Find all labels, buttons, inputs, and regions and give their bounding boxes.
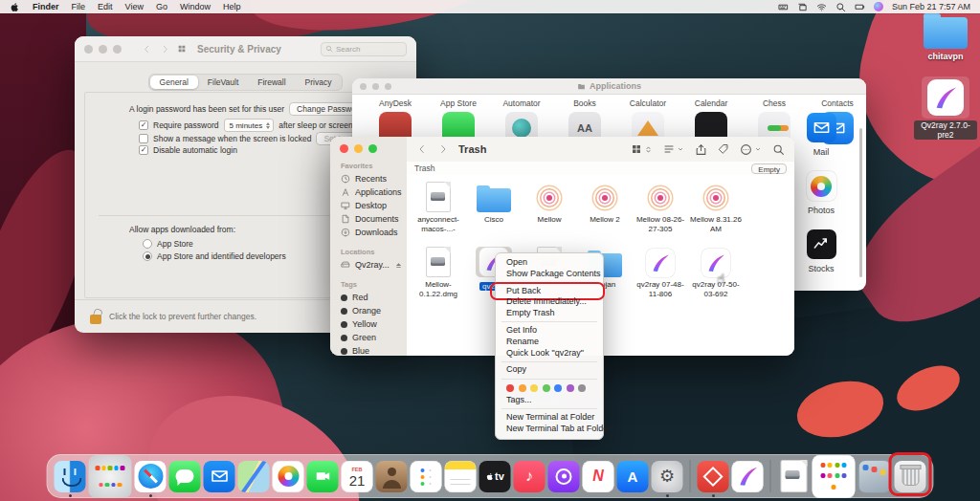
tab-privacy[interactable]: Privacy <box>296 76 342 89</box>
search-field[interactable]: Search <box>321 42 407 56</box>
menu-item-put-back[interactable]: Put Back <box>496 286 603 297</box>
menu-item-new-terminal-tab-at-folder[interactable]: New Terminal Tab at Folder <box>496 424 603 435</box>
search-icon[interactable] <box>772 143 785 156</box>
menu-bar-clock[interactable]: Sun Feb 21 7:57 AM <box>892 2 970 11</box>
app-label-books[interactable]: Books <box>553 98 616 108</box>
apple-menu-icon[interactable] <box>10 2 20 12</box>
radio-app-store[interactable]: App Store <box>143 239 193 249</box>
forward-icon[interactable] <box>160 44 170 54</box>
dock-calendar-icon[interactable]: FEB21 <box>342 461 373 492</box>
mail-app-icon[interactable] <box>807 113 836 142</box>
view-options-control[interactable] <box>631 143 653 155</box>
zoom-button[interactable] <box>368 144 377 153</box>
tag-color-dot-icon[interactable] <box>578 384 586 392</box>
menu-file[interactable]: File <box>72 2 86 11</box>
menu-item-quick-look-qv2ray-[interactable]: Quick Look "qv2ray" <box>496 348 603 359</box>
window-controls[interactable] <box>84 45 122 54</box>
desktop-icon-qv2ray[interactable]: Qv2ray 2.7.0-pre2 <box>914 76 977 142</box>
group-by-control[interactable] <box>663 143 684 155</box>
more-actions-control[interactable] <box>740 143 762 156</box>
dock-minwindow-icon[interactable] <box>858 460 892 493</box>
window-controls[interactable] <box>340 144 407 153</box>
menu-item-empty-trash[interactable]: Empty Trash <box>496 308 603 319</box>
mission-control-icon[interactable] <box>797 2 808 12</box>
sidebar-item-downloads[interactable]: Downloads <box>330 226 407 239</box>
desktop-icon-chitavpn[interactable]: chitavpn <box>917 17 974 61</box>
dock-podcasts-icon[interactable] <box>548 461 580 492</box>
tag-color-dot-icon[interactable] <box>543 384 550 392</box>
tag-color-dot-icon[interactable] <box>506 384 514 392</box>
file-mellow-2[interactable]: Mellow 2 <box>577 178 633 225</box>
app-label-anydesk[interactable]: AnyDesk <box>364 98 427 108</box>
dock-anydesk-icon[interactable] <box>698 461 729 492</box>
app-label-chess[interactable]: Chess <box>743 98 806 108</box>
menu-item-copy[interactable]: Copy <box>496 364 603 376</box>
zoom-button[interactable] <box>113 45 122 54</box>
tab-firewall[interactable]: Firewall <box>248 76 295 89</box>
require-password-checkbox[interactable]: ✓ <box>139 120 148 130</box>
tag-icon[interactable] <box>718 143 729 155</box>
dock-safari-icon[interactable] <box>135 461 167 492</box>
close-button[interactable] <box>84 45 93 54</box>
eject-icon[interactable] <box>394 261 403 270</box>
menu-go[interactable]: Go <box>156 2 167 11</box>
menu-view[interactable]: View <box>125 2 144 11</box>
menu-item-get-info[interactable]: Get Info <box>496 325 603 337</box>
radio-app-store-identified[interactable]: App Store and identified developers <box>143 251 286 261</box>
dock-news-icon[interactable]: N <box>583 461 614 492</box>
file-qv2ray-07-48-11-806[interactable]: qv2ray 07-48-11-806 <box>633 243 688 298</box>
sidebar-item-documents[interactable]: Documents <box>330 212 407 226</box>
sidebar-tag-blue[interactable]: Blue <box>330 344 407 356</box>
require-password-select[interactable]: 5 minutes <box>224 119 275 132</box>
applications-titlebar[interactable]: Applications <box>352 78 866 95</box>
dock-contacts-icon[interactable] <box>376 461 408 492</box>
dock-photos-icon[interactable] <box>273 461 304 492</box>
file-mellow-8-31-26-am[interactable]: Mellow 8.31.26 AM <box>688 178 744 233</box>
sidebar-item-qv2ray-volume[interactable]: Qv2ray... <box>330 258 407 272</box>
sidebar-item-recents[interactable]: Recents <box>330 172 407 185</box>
app-label-calculator[interactable]: Calculator <box>616 98 679 108</box>
sidebar-tag-orange[interactable]: Orange <box>330 304 407 317</box>
tab-general[interactable]: General <box>150 76 198 89</box>
dock-finder-icon[interactable] <box>55 461 86 492</box>
file-anyconnect-macos-k9-dmg[interactable]: anyconnect-macos-...-k9.dmg <box>411 178 466 234</box>
tag-color-dot-icon[interactable] <box>567 384 574 392</box>
menu-item-tags-[interactable]: Tags... <box>496 395 603 406</box>
share-icon[interactable] <box>695 143 707 156</box>
auto-login-checkbox[interactable]: ✓ <box>139 145 148 155</box>
dock-notes-icon[interactable] <box>445 461 477 492</box>
dock-dmg-icon[interactable] <box>778 461 810 492</box>
file-mellow-0-1-22-dmg[interactable]: Mellow-0.1.22.dmg <box>411 243 466 298</box>
dock-reminders-icon[interactable] <box>411 461 442 492</box>
nav-arrows[interactable] <box>416 143 449 155</box>
dock-facetime-icon[interactable] <box>307 461 339 492</box>
radio-icon[interactable] <box>143 251 152 261</box>
tab-filevault[interactable]: FileVault <box>198 76 248 89</box>
tag-color-dot-icon[interactable] <box>530 384 538 392</box>
security-titlebar[interactable]: Security & Privacy Search <box>75 36 416 62</box>
dock-trash-icon[interactable] <box>895 461 926 492</box>
menu-window[interactable]: Window <box>180 2 211 11</box>
dock-launchpad-icon[interactable] <box>89 455 132 498</box>
lock-message-checkbox[interactable] <box>139 134 148 143</box>
app-label-automator[interactable]: Automator <box>490 98 553 108</box>
dock-qv2ray-icon[interactable] <box>732 461 764 492</box>
back-icon[interactable] <box>142 44 152 54</box>
stocks-app-icon[interactable] <box>807 229 836 259</box>
dock-messages-icon[interactable] <box>169 461 201 492</box>
back-icon[interactable] <box>416 143 428 155</box>
menu-item-open[interactable]: Open <box>496 257 603 269</box>
show-all-grid-icon[interactable] <box>177 44 187 54</box>
dock-mail-icon[interactable] <box>204 461 235 492</box>
sidebar-tag-yellow[interactable]: Yellow <box>330 317 407 331</box>
sidebar-tag-red[interactable]: Red <box>330 291 407 304</box>
radio-icon[interactable] <box>143 239 152 249</box>
sidebar-item-desktop[interactable]: Desktop <box>330 199 407 212</box>
sidebar-tag-green[interactable]: Green <box>330 331 407 344</box>
dock-tv-icon[interactable]: tv <box>479 461 511 492</box>
scrollbar[interactable] <box>859 128 862 277</box>
dock-appsfolder-icon[interactable] <box>813 455 856 498</box>
dock-music-icon[interactable]: ♪ <box>514 461 546 492</box>
dock-settings-icon[interactable]: ⚙ <box>652 461 683 492</box>
siri-icon[interactable] <box>874 2 883 11</box>
